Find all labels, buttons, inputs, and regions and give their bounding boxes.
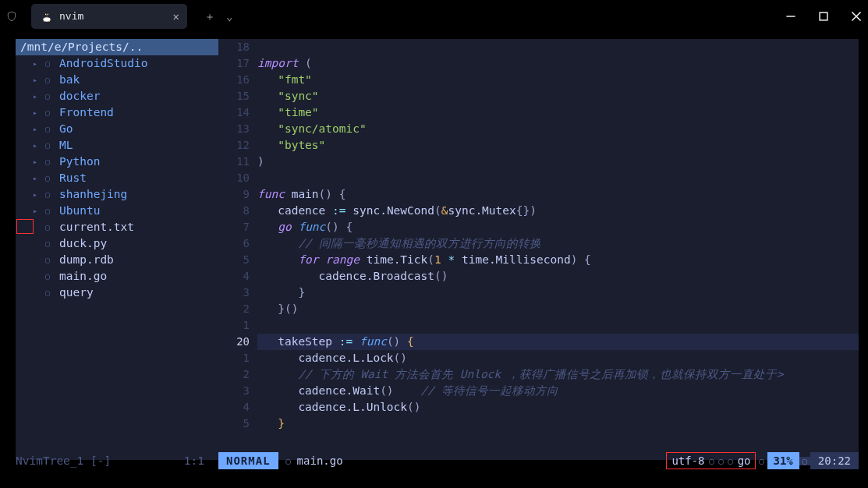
code-line[interactable]: func main() { <box>257 186 859 203</box>
folder-icon: ▢ <box>45 137 55 154</box>
code-line[interactable]: "sync" <box>257 88 859 104</box>
tree-item-label: AndroidStudio <box>59 55 148 72</box>
code-line[interactable]: ) <box>257 154 859 170</box>
file-icon: ▢ <box>286 457 291 465</box>
chevron-right-icon: ▸ <box>33 72 41 88</box>
file-icon: ▢ <box>45 285 55 301</box>
tree-item-label: Frontend <box>59 104 114 121</box>
chevron-right-icon: ▸ <box>33 154 41 170</box>
tree-folder[interactable]: ▸▢ML <box>16 137 218 154</box>
chevron-right-icon: ▸ <box>33 170 41 186</box>
status-encoding-box: utf-8 ▢▢▢ go <box>666 452 756 469</box>
tree-folder[interactable]: ▸▢shanhejing <box>16 186 218 203</box>
window-close-icon[interactable] <box>851 11 862 22</box>
code-line[interactable]: cadence.Broadcast() <box>257 268 859 285</box>
tree-item-label: Rust <box>59 170 87 186</box>
code-editor[interactable]: 1817161514131211109876543212012345 impor… <box>218 39 859 460</box>
chevron-right-icon: ▸ <box>33 137 41 154</box>
code-body[interactable]: import ( "fmt" "sync" "time" "sync/atomi… <box>257 39 859 460</box>
code-line[interactable]: } <box>257 285 859 301</box>
vim-mode-badge: NORMAL <box>218 452 278 469</box>
code-line[interactable] <box>257 39 859 55</box>
tree-item-label: docker <box>59 88 100 104</box>
new-tab-icon[interactable]: ＋ <box>204 11 215 22</box>
tree-item-label: shanhejing <box>59 186 127 203</box>
code-line[interactable]: } <box>257 416 859 432</box>
tree-item-label: bak <box>59 72 80 88</box>
code-line[interactable]: "time" <box>257 104 859 121</box>
tree-item-label: duck.py <box>59 235 107 252</box>
tree-folder[interactable]: ▸▢bak <box>16 72 218 88</box>
code-line[interactable]: // 下方的 Wait 方法会首先 Unlock ，获得广播信号之后再加锁，也就… <box>257 366 859 383</box>
code-line[interactable]: for range time.Tick(1 * time.Millisecond… <box>257 252 859 268</box>
tree-file[interactable]: ▢duck.py <box>16 235 218 252</box>
folder-icon: ▢ <box>45 154 55 170</box>
status-filename: main.go <box>297 454 343 467</box>
tree-item-label: current.txt <box>59 219 134 235</box>
folder-icon: ▢ <box>45 88 55 104</box>
tab-close-icon[interactable]: ✕ <box>173 10 179 23</box>
tree-folder[interactable]: ▸▢Go <box>16 121 218 137</box>
tree-cursor-pos: 1:1 <box>184 454 218 467</box>
folder-icon: ▢ <box>45 55 55 72</box>
window-maximize-icon[interactable] <box>818 11 829 22</box>
code-line[interactable]: cadence := sync.NewCond(&sync.Mutex{}) <box>257 203 859 219</box>
svg-point-0 <box>44 12 50 18</box>
code-line[interactable]: }() <box>257 301 859 317</box>
code-line[interactable]: go func() { <box>257 219 859 235</box>
code-line[interactable]: "sync/atomic" <box>257 121 859 137</box>
tree-file[interactable]: ▢dump.rdb <box>16 252 218 268</box>
chevron-right-icon: ▸ <box>33 121 41 137</box>
tree-item-label: ML <box>59 137 73 154</box>
status-file: ▢ main.go <box>286 454 343 467</box>
folder-icon: ▢ <box>45 104 55 121</box>
tree-item-label: Ubuntu <box>59 203 100 219</box>
tree-file[interactable]: ▢current.txt <box>16 219 218 235</box>
file-tree[interactable]: /mnt/e/Projects/.. ▸▢AndroidStudio▸▢bak▸… <box>16 39 218 460</box>
window-titlebar: nvim ✕ ＋ ⌄ <box>0 0 868 32</box>
shield-icon <box>6 11 17 22</box>
tree-buffer-name: NvimTree_1 <box>16 454 83 467</box>
code-line[interactable]: // 间隔一毫秒通知相遇的双方进行方向的转换 <box>257 235 859 252</box>
code-line[interactable]: cadence.Wait() // 等待信号一起移动方向 <box>257 383 859 399</box>
workspace: /mnt/e/Projects/.. ▸▢AndroidStudio▸▢bak▸… <box>16 39 859 460</box>
code-line[interactable]: "bytes" <box>257 137 859 154</box>
code-line[interactable] <box>257 170 859 186</box>
chevron-right-icon: ▸ <box>33 186 41 203</box>
window-minimize-icon[interactable] <box>785 11 796 22</box>
tree-folder[interactable]: ▸▢Ubuntu <box>16 203 218 219</box>
tree-flags: [-] <box>90 454 111 467</box>
status-percent: 31% <box>767 452 799 469</box>
tree-item-label: Go <box>59 121 73 137</box>
code-line[interactable]: "fmt" <box>257 72 859 88</box>
tree-file[interactable]: ▢query <box>16 285 218 301</box>
code-line[interactable]: takeStep := func() { <box>257 334 859 350</box>
chevron-right-icon: ▸ <box>33 203 41 219</box>
file-icon: ▢ <box>45 268 55 285</box>
tab-dropdown-icon[interactable]: ⌄ <box>226 11 232 22</box>
tree-folder[interactable]: ▸▢Rust <box>16 170 218 186</box>
tree-folder[interactable]: ▸▢docker <box>16 88 218 104</box>
status-time: 20:22 <box>810 452 859 469</box>
svg-point-2 <box>45 13 46 15</box>
tree-item-label: query <box>59 285 94 301</box>
status-lang: go <box>738 454 751 467</box>
code-line[interactable]: import ( <box>257 55 859 72</box>
folder-icon: ▢ <box>45 121 55 137</box>
status-encoding: utf-8 <box>671 454 704 467</box>
terminal-tab[interactable]: nvim ✕ <box>31 4 187 29</box>
tree-file[interactable]: ▢main.go <box>16 268 218 285</box>
statusline: NORMAL ▢ main.go utf-8 ▢▢▢ go ▢ 31% ▢ 20… <box>218 452 859 469</box>
tree-folder[interactable]: ▸▢AndroidStudio <box>16 55 218 72</box>
code-line[interactable]: cadence.L.Unlock() <box>257 399 859 416</box>
tab-title: nvim <box>59 10 178 22</box>
folder-icon: ▢ <box>45 203 55 219</box>
folder-icon: ▢ <box>45 72 55 88</box>
tree-folder[interactable]: ▸▢Frontend <box>16 104 218 121</box>
chevron-right-icon: ▸ <box>33 88 41 104</box>
tree-folder[interactable]: ▸▢Python <box>16 154 218 170</box>
file-icon: ▢ <box>45 219 55 235</box>
code-line[interactable]: cadence.L.Lock() <box>257 350 859 366</box>
folder-icon: ▢ <box>45 186 55 203</box>
code-line[interactable] <box>257 317 859 334</box>
